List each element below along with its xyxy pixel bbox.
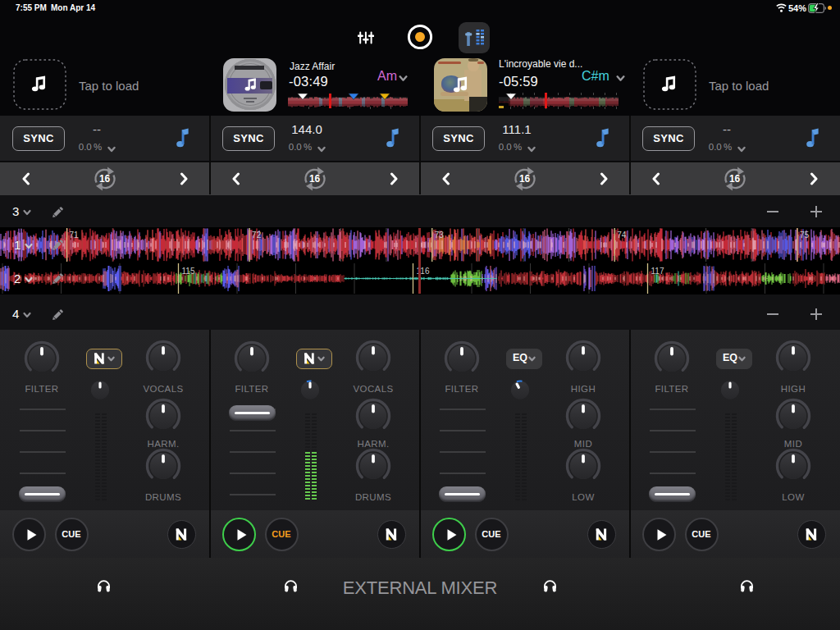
svg-text:117: 117 xyxy=(651,267,664,276)
svg-text:16: 16 xyxy=(99,173,111,185)
svg-text:72: 72 xyxy=(252,231,262,240)
svg-text:115: 115 xyxy=(182,267,195,276)
svg-text:75: 75 xyxy=(800,231,810,240)
svg-text:16: 16 xyxy=(729,173,741,185)
svg-text:16: 16 xyxy=(309,173,321,185)
svg-text:71: 71 xyxy=(70,231,80,240)
svg-text:73: 73 xyxy=(435,231,445,240)
svg-text:74: 74 xyxy=(617,231,627,240)
svg-text:16: 16 xyxy=(519,173,531,185)
